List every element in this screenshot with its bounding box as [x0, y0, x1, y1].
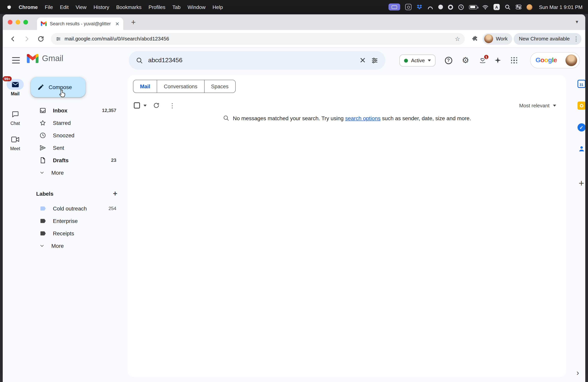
- more-options-icon[interactable]: ⋮: [166, 99, 178, 112]
- forward-button[interactable]: [21, 32, 33, 45]
- select-dropdown-icon[interactable]: [144, 105, 147, 106]
- site-settings-icon[interactable]: [56, 36, 61, 42]
- battery-icon[interactable]: [469, 5, 477, 9]
- select-all-checkbox[interactable]: [134, 102, 140, 108]
- gmail-logo[interactable]: Gmail: [27, 54, 63, 63]
- contacts-panel-button[interactable]: [572, 145, 585, 153]
- extensions-icon[interactable]: [469, 32, 481, 45]
- clear-search-icon[interactable]: ✕: [359, 56, 366, 64]
- label-name: Enterprise: [53, 218, 78, 224]
- calendar-icon: 31: [577, 80, 585, 88]
- get-addons-button[interactable]: +: [572, 179, 585, 188]
- browser-menu-icon[interactable]: ⋮: [573, 35, 579, 42]
- sidebar-item-inbox[interactable]: Inbox 12,357: [29, 104, 121, 117]
- sidebar-item-sent[interactable]: Sent: [29, 142, 121, 154]
- sidebar-item-starred[interactable]: Starred: [29, 117, 121, 129]
- status-chip[interactable]: Active: [399, 54, 436, 66]
- browser-profile-chip[interactable]: Work: [483, 33, 512, 44]
- menu-bookmarks[interactable]: Bookmarks: [113, 4, 145, 10]
- create-label-button[interactable]: +: [110, 190, 120, 198]
- record-ring-icon[interactable]: [448, 4, 453, 10]
- menu-edit[interactable]: Edit: [56, 4, 72, 10]
- tab-spaces[interactable]: Spaces: [204, 80, 235, 93]
- draft-icon: [39, 157, 46, 164]
- sort-dropdown[interactable]: Most relevant: [519, 103, 556, 108]
- calendar-panel-button[interactable]: 31: [572, 80, 585, 88]
- apple-menu-icon[interactable]: [5, 4, 15, 10]
- main-menu-button[interactable]: [10, 54, 22, 66]
- label-count: 254: [108, 206, 116, 211]
- address-bar[interactable]: mail.google.com/mail/u/0/#search/abcd123…: [51, 33, 465, 44]
- tab-mail[interactable]: Mail: [133, 80, 157, 93]
- menu-tab[interactable]: Tab: [169, 4, 184, 10]
- menu-profiles[interactable]: Profiles: [145, 4, 169, 10]
- browser-tab[interactable]: Search results - yuval@glitter ✕: [37, 18, 123, 30]
- menu-view[interactable]: View: [72, 4, 90, 10]
- settings-button[interactable]: ⚙: [459, 53, 473, 67]
- rail-item-meet[interactable]: Meet: [3, 134, 28, 151]
- rail-item-mail[interactable]: 99+ Mail: [3, 79, 28, 96]
- gmail-favicon: [41, 21, 47, 26]
- label-item-receipts[interactable]: Receipts: [29, 227, 121, 240]
- dropbox-icon[interactable]: [417, 4, 422, 10]
- menu-window[interactable]: Window: [184, 4, 209, 10]
- menubar-profile-icon[interactable]: [526, 4, 532, 10]
- search-bar[interactable]: ✕: [129, 51, 385, 70]
- search-options-link[interactable]: search options: [345, 115, 380, 121]
- status-dot-icon[interactable]: [438, 5, 443, 9]
- sidebar-item-snoozed[interactable]: Snoozed: [29, 129, 121, 142]
- search-options-icon[interactable]: [371, 57, 378, 64]
- bookmark-star-icon[interactable]: ☆: [455, 35, 460, 42]
- search-input[interactable]: [148, 57, 354, 64]
- menubar-app-name[interactable]: Chrome: [15, 4, 41, 10]
- sort-label: Most relevant: [519, 103, 549, 108]
- google-account-pill[interactable]: Google: [530, 52, 580, 68]
- fullscreen-window-button[interactable]: [23, 20, 28, 24]
- tasks-panel-button[interactable]: ✓: [572, 123, 585, 131]
- url-text[interactable]: mail.google.com/mail/u/0/#search/abcd123…: [64, 36, 451, 42]
- tab-strip: Search results - yuval@glitter ✕ + ▼: [3, 14, 585, 30]
- label-icon: [39, 205, 46, 212]
- chrome-update-button[interactable]: New Chrome available ⋮: [514, 33, 581, 44]
- mail-selected-pill[interactable]: 99+: [7, 79, 24, 90]
- label-item-cold-outreach[interactable]: Cold outreach 254: [29, 202, 121, 215]
- control-center-icon[interactable]: [516, 4, 522, 10]
- labels-title: Labels: [36, 191, 53, 197]
- search-icon[interactable]: [136, 57, 143, 64]
- offers-button[interactable]: 1: [476, 53, 490, 67]
- tab-close-icon[interactable]: ✕: [115, 21, 119, 26]
- input-source-icon[interactable]: A: [494, 4, 500, 10]
- compose-button[interactable]: Compose: [31, 77, 85, 97]
- minimize-window-button[interactable]: [16, 20, 20, 24]
- spotlight-icon[interactable]: [505, 4, 511, 10]
- arc-browser-icon[interactable]: [427, 4, 433, 10]
- account-avatar[interactable]: [566, 54, 577, 66]
- sidebar-item-drafts[interactable]: Drafts 23: [29, 154, 121, 167]
- close-window-button[interactable]: [8, 20, 12, 24]
- screenshot-app-icon[interactable]: [405, 4, 411, 10]
- label-name: Cold outreach: [53, 205, 87, 212]
- help-button[interactable]: ?: [441, 53, 455, 67]
- menu-help[interactable]: Help: [209, 4, 227, 10]
- back-button[interactable]: [7, 32, 19, 45]
- gemini-button[interactable]: [491, 53, 505, 67]
- google-apps-button[interactable]: [507, 53, 521, 67]
- new-tab-button[interactable]: +: [129, 18, 138, 27]
- menu-history[interactable]: History: [90, 4, 113, 10]
- sidebar-item-more[interactable]: More: [29, 167, 121, 179]
- screen-recording-indicator[interactable]: [388, 3, 400, 11]
- menubar-clock[interactable]: Sun Mar 1 9:01 PM: [537, 4, 583, 10]
- tab-search-chevron-icon[interactable]: ▼: [575, 20, 579, 24]
- wifi-icon[interactable]: [482, 4, 488, 10]
- result-type-tabs: Mail Conversations Spaces: [133, 80, 235, 93]
- refresh-button[interactable]: [150, 99, 163, 112]
- label-item-enterprise[interactable]: Enterprise: [29, 215, 121, 227]
- rail-item-chat[interactable]: Chat: [3, 108, 28, 126]
- labels-more[interactable]: More: [29, 240, 121, 252]
- hide-side-panel-button[interactable]: ›: [577, 369, 579, 377]
- menu-file[interactable]: File: [41, 4, 56, 10]
- keep-panel-button[interactable]: [572, 102, 585, 110]
- tab-conversations[interactable]: Conversations: [157, 80, 205, 93]
- clock-app-icon[interactable]: [458, 4, 464, 10]
- reload-button[interactable]: [35, 32, 47, 45]
